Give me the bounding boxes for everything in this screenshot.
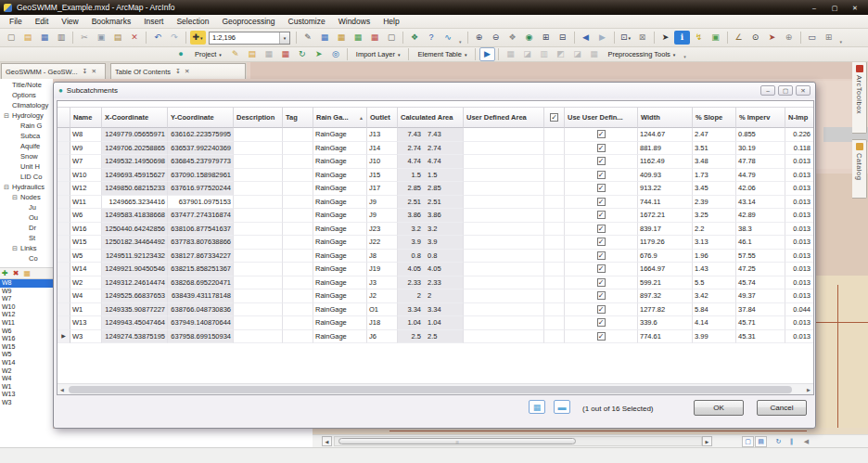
cell-name[interactable]: W2 bbox=[70, 277, 102, 290]
delete-table-icon[interactable]: ▦ bbox=[277, 47, 293, 61]
cell-use[interactable]: ✓ bbox=[565, 142, 638, 156]
cell-y[interactable]: 636537.992240369 bbox=[168, 142, 234, 156]
cell-nimp[interactable]: 0.013 bbox=[785, 169, 814, 183]
cell-chk[interactable] bbox=[544, 236, 565, 250]
cell-x[interactable]: 1249693.45915627 bbox=[102, 169, 168, 183]
save-project-icon[interactable]: ▦ bbox=[261, 47, 276, 61]
list-item-w3[interactable]: W3 bbox=[0, 399, 53, 407]
cell-chk[interactable] bbox=[544, 169, 565, 183]
arcgis-online-icon[interactable]: ∿ bbox=[440, 31, 456, 45]
cell-outlet[interactable]: J8 bbox=[367, 250, 398, 264]
measure-icon[interactable]: ∠ bbox=[731, 31, 747, 45]
row-checkbox[interactable]: ✓ bbox=[597, 332, 606, 341]
cell-sel[interactable] bbox=[57, 209, 70, 223]
search-window-icon[interactable]: ▦ bbox=[351, 31, 366, 45]
cell-chk[interactable] bbox=[544, 289, 565, 303]
cell-nimp[interactable]: 0.013 bbox=[785, 289, 814, 303]
copy-icon[interactable]: ▣ bbox=[94, 31, 109, 45]
close-button[interactable]: ✕ bbox=[846, 3, 864, 13]
cell-imperv[interactable]: 49.37 bbox=[736, 289, 785, 303]
clear-selection-icon[interactable]: ⊠ bbox=[634, 31, 650, 45]
cell-outlet[interactable]: J18 bbox=[367, 316, 398, 330]
row-checkbox[interactable]: ✓ bbox=[597, 211, 606, 219]
row-checkbox[interactable]: ✓ bbox=[597, 225, 606, 233]
cell-nimp[interactable]: 0.013 bbox=[785, 223, 814, 237]
tab-catalog[interactable]: Catalog bbox=[852, 139, 867, 199]
column-header-y[interactable]: Y-Coordinate bbox=[168, 108, 234, 128]
cell-user[interactable]: 2.51 bbox=[464, 196, 544, 210]
tree-item-ju[interactable]: Ju bbox=[0, 202, 53, 212]
cell-user[interactable]: 3.34 bbox=[464, 303, 544, 317]
column-header-rain_gage[interactable]: Rain Ga...▲ bbox=[313, 108, 367, 128]
print-icon[interactable]: ▥ bbox=[54, 31, 70, 45]
list-item-w14[interactable]: W14 bbox=[0, 359, 53, 367]
cell-slope[interactable]: 2.47 bbox=[693, 128, 736, 142]
cell-slope[interactable]: 3.99 bbox=[693, 330, 736, 344]
pan-icon[interactable]: ❖ bbox=[504, 31, 520, 45]
cell-tag[interactable] bbox=[283, 155, 313, 169]
list-item-w5[interactable]: W5 bbox=[0, 351, 53, 359]
report-line-icon[interactable]: ◩ bbox=[553, 47, 568, 61]
layout-view-button[interactable]: ▤ bbox=[755, 436, 767, 447]
cell-rain_gage[interactable]: RainGage bbox=[313, 330, 367, 344]
list-item-w7[interactable]: W7 bbox=[0, 295, 53, 303]
delete-element-icon[interactable]: ✖ bbox=[13, 270, 19, 277]
cut-icon[interactable]: ✂ bbox=[77, 31, 93, 45]
cell-user[interactable]: 4.05 bbox=[464, 263, 544, 277]
element-table-menu[interactable]: Element Table▾ bbox=[413, 48, 471, 60]
cell-width[interactable]: 1664.97 bbox=[638, 263, 693, 277]
panel-tab-table-of-contents[interactable]: Table Of Contents↧✕ bbox=[110, 63, 246, 79]
python-window-icon[interactable]: ▢ bbox=[384, 31, 400, 45]
row-checkbox[interactable]: ✓ bbox=[597, 144, 606, 152]
cell-y[interactable]: 638127.867334227 bbox=[168, 250, 234, 264]
cell-imperv[interactable]: 43.14 bbox=[736, 196, 785, 210]
cell-outlet[interactable]: J9 bbox=[367, 196, 398, 210]
cell-outlet[interactable]: J22 bbox=[367, 236, 398, 250]
cell-y[interactable]: 637090.158982961 bbox=[168, 169, 234, 183]
cell-name[interactable]: W1 bbox=[70, 303, 102, 317]
cell-width[interactable]: 881.89 bbox=[638, 142, 693, 156]
cell-nimp[interactable]: 0.013 bbox=[785, 316, 814, 330]
dialog-title-bar[interactable]: ● Subcatchments – ▢ ✕ bbox=[54, 83, 815, 98]
grid-hscroll-thumb[interactable] bbox=[69, 386, 792, 393]
element-table-icon[interactable]: ▦ bbox=[23, 270, 31, 277]
cell-width[interactable]: 1672.21 bbox=[638, 209, 693, 223]
column-header-nimp[interactable]: N-Imp bbox=[785, 108, 814, 128]
whats-this-help-icon[interactable]: ? bbox=[424, 31, 440, 45]
cell-width[interactable]: 839.17 bbox=[638, 223, 693, 237]
cell-rain_gage[interactable]: RainGage bbox=[313, 250, 367, 264]
cell-slope[interactable]: 4.14 bbox=[693, 316, 736, 330]
cell-sel[interactable]: ▶ bbox=[57, 330, 70, 344]
cell-chk[interactable] bbox=[544, 196, 565, 210]
cell-slope[interactable]: 3.25 bbox=[693, 209, 736, 223]
cell-x[interactable]: 1249921.90450546 bbox=[102, 263, 168, 277]
cell-tag[interactable] bbox=[283, 303, 313, 317]
go-to-xy-icon[interactable]: ⊕ bbox=[781, 31, 797, 45]
cell-imperv[interactable]: 38.3 bbox=[736, 223, 785, 237]
cell-slope[interactable]: 3.51 bbox=[693, 142, 736, 156]
cell-x[interactable]: 1249511.92123432 bbox=[102, 250, 168, 264]
import-layer-menu[interactable]: Import Layer▾ bbox=[351, 48, 405, 60]
project-settings-icon[interactable]: ◎ bbox=[327, 47, 343, 61]
cell-description[interactable] bbox=[234, 250, 283, 264]
cell-chk[interactable] bbox=[544, 330, 565, 344]
report-area-icon[interactable]: ◪ bbox=[569, 47, 585, 61]
cell-description[interactable] bbox=[234, 223, 283, 237]
cell-rain_gage[interactable]: RainGage bbox=[313, 289, 367, 303]
cell-slope[interactable]: 3.45 bbox=[693, 182, 736, 196]
cell-imperv[interactable]: 44.79 bbox=[736, 169, 785, 183]
column-header-imperv[interactable]: % Imperv bbox=[736, 108, 785, 128]
cell-sel[interactable] bbox=[57, 236, 70, 250]
tree-item-co[interactable]: Co bbox=[0, 253, 53, 264]
cell-y[interactable]: 638766.048730836 bbox=[168, 303, 234, 317]
list-item-w6[interactable]: W6 bbox=[0, 328, 53, 336]
list-item-w12[interactable]: W12 bbox=[0, 311, 53, 319]
full-extent-icon[interactable]: ◉ bbox=[521, 31, 537, 45]
cell-x[interactable]: 1249532.14950698 bbox=[102, 155, 168, 169]
cell-tag[interactable] bbox=[283, 316, 313, 330]
cell-slope[interactable]: 1.96 bbox=[693, 250, 736, 264]
cell-description[interactable] bbox=[234, 169, 283, 183]
cell-use[interactable]: ✓ bbox=[565, 128, 638, 142]
list-item-w13[interactable]: W13 bbox=[0, 391, 53, 399]
menu-bookmarks[interactable]: Bookmarks bbox=[85, 16, 138, 27]
